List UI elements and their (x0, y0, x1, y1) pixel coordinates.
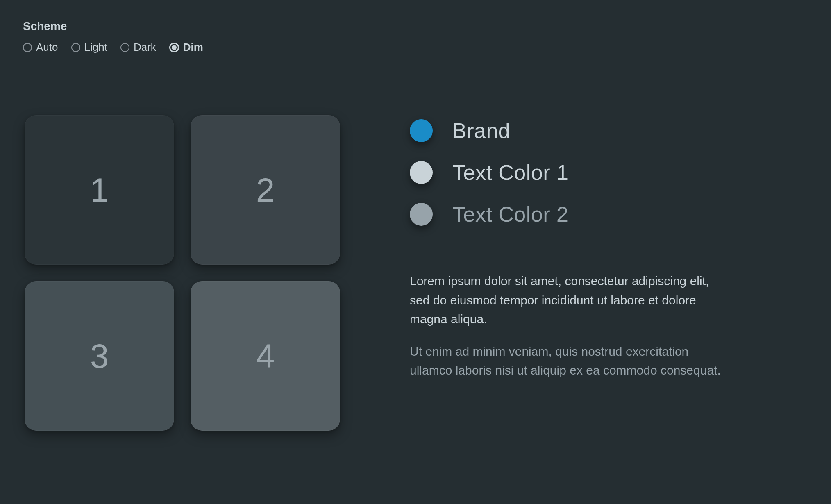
scheme-option-label: Dark (134, 41, 156, 54)
radio-icon (120, 43, 129, 52)
sample-paragraphs: Lorem ipsum dolor sit amet, consectetur … (410, 272, 808, 380)
scheme-option-dark[interactable]: Dark (120, 41, 156, 54)
page-root: Scheme Auto Light Dark Dim 1 2 3 (0, 0, 831, 450)
radio-icon (23, 43, 32, 52)
scheme-option-light[interactable]: Light (71, 41, 107, 54)
scheme-option-label: Light (84, 41, 107, 54)
content-row: 1 2 3 4 Brand Text Color 1 (23, 115, 808, 431)
elevation-tile-3: 3 (25, 281, 174, 431)
color-info-column: Brand Text Color 1 Text Color 2 Lorem ip… (410, 115, 808, 431)
tile-number: 4 (256, 337, 275, 375)
color-row-text2: Text Color 2 (410, 202, 808, 227)
color-swatch-list: Brand Text Color 1 Text Color 2 (410, 118, 808, 227)
sample-paragraph-1: Lorem ipsum dolor sit amet, consectetur … (410, 272, 729, 329)
scheme-option-dim[interactable]: Dim (169, 41, 203, 54)
radio-icon-selected (169, 43, 179, 52)
color-label-brand: Brand (452, 118, 510, 143)
scheme-option-label: Auto (36, 41, 58, 54)
color-row-text1: Text Color 1 (410, 160, 808, 185)
elevation-tile-4: 4 (191, 281, 340, 431)
sample-paragraph-2: Ut enim ad minim veniam, quis nostrud ex… (410, 342, 729, 380)
elevation-tile-grid: 1 2 3 4 (25, 115, 340, 431)
tile-number: 2 (256, 171, 275, 209)
scheme-option-label: Dim (183, 41, 203, 54)
color-swatch-text1 (410, 161, 433, 184)
color-label-text2: Text Color 2 (452, 202, 568, 227)
color-swatch-text2 (410, 203, 433, 226)
radio-icon (71, 43, 80, 52)
color-row-brand: Brand (410, 118, 808, 143)
scheme-heading: Scheme (23, 20, 808, 33)
color-label-text1: Text Color 1 (452, 160, 568, 185)
elevation-tile-2: 2 (191, 115, 340, 265)
scheme-radio-group: Auto Light Dark Dim (23, 41, 808, 54)
tile-number: 1 (90, 171, 109, 209)
elevation-tile-1: 1 (25, 115, 174, 265)
color-swatch-brand (410, 119, 433, 142)
tile-number: 3 (90, 337, 109, 375)
scheme-option-auto[interactable]: Auto (23, 41, 58, 54)
